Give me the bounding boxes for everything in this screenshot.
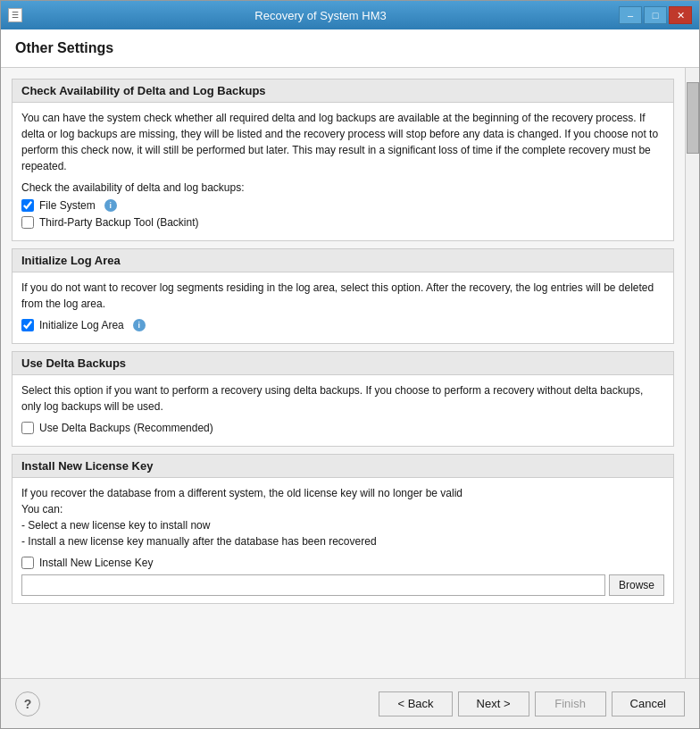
help-button[interactable]: ? xyxy=(15,691,40,716)
browse-button[interactable]: Browse xyxy=(609,574,664,596)
delta-log-body: You can have the system check whether al… xyxy=(12,103,673,240)
backint-row: Third-Party Backup Tool (Backint) xyxy=(21,216,664,229)
init-log-section: Initialize Log Area If you do not want t… xyxy=(12,248,674,344)
page-title: Other Settings xyxy=(15,40,685,56)
cancel-button[interactable]: Cancel xyxy=(612,691,685,716)
main-scroll[interactable]: Check Availability of Delta and Log Back… xyxy=(1,68,685,678)
delta-backups-checkbox[interactable] xyxy=(21,422,34,434)
init-log-row: Initialize Log Area i xyxy=(21,319,664,331)
license-line1: If you recover the database from a diffe… xyxy=(21,485,664,549)
back-button[interactable]: < Back xyxy=(379,691,452,716)
delta-backups-body: Select this option if you want to perfor… xyxy=(12,375,673,446)
delta-log-header: Check Availability of Delta and Log Back… xyxy=(12,80,673,103)
license-header: Install New License Key xyxy=(12,455,673,478)
delta-backups-section: Use Delta Backups Select this option if … xyxy=(12,351,674,447)
license-checkbox[interactable] xyxy=(21,557,34,569)
window-icon: ☰ xyxy=(8,8,22,22)
filesystem-checkbox[interactable] xyxy=(21,199,34,212)
page-header: Other Settings xyxy=(1,29,699,68)
minimize-button[interactable]: – xyxy=(619,6,642,24)
license-checkbox-row: Install New License Key xyxy=(21,557,664,569)
footer-left: ? xyxy=(15,691,40,716)
license-key-input[interactable] xyxy=(21,574,605,596)
license-body: If you recover the database from a diffe… xyxy=(12,478,673,603)
delta-backups-header: Use Delta Backups xyxy=(12,352,673,375)
close-button[interactable]: ✕ xyxy=(669,6,692,24)
window-controls: – □ ✕ xyxy=(619,6,692,24)
maximize-button[interactable]: □ xyxy=(644,6,667,24)
init-log-body: If you do not want to recover log segmen… xyxy=(12,272,673,343)
delta-log-section: Check Availability of Delta and Log Back… xyxy=(12,79,674,241)
backint-checkbox[interactable] xyxy=(21,216,34,229)
init-log-description: If you do not want to recover log segmen… xyxy=(21,280,664,312)
license-label: Install New License Key xyxy=(39,557,153,569)
filesystem-row: File System i xyxy=(21,199,664,212)
footer: ? < Back Next > Finish Cancel xyxy=(1,678,699,728)
init-log-checkbox[interactable] xyxy=(21,319,34,331)
finish-button[interactable]: Finish xyxy=(535,691,606,716)
delta-log-description: You can have the system check whether al… xyxy=(21,110,664,174)
license-section: Install New License Key If you recover t… xyxy=(12,454,674,604)
title-bar: ☰ Recovery of System HM3 – □ ✕ xyxy=(1,1,699,29)
init-log-info-icon[interactable]: i xyxy=(133,319,146,331)
content-area: Check Availability of Delta and Log Back… xyxy=(1,68,699,678)
footer-right: < Back Next > Finish Cancel xyxy=(379,691,685,716)
next-button[interactable]: Next > xyxy=(458,691,529,716)
delta-log-sublabel: Check the availability of delta and log … xyxy=(21,181,664,194)
main-window: ☰ Recovery of System HM3 – □ ✕ Other Set… xyxy=(0,0,700,729)
scrollbar[interactable] xyxy=(685,68,699,678)
delta-backups-description: Select this option if you want to perfor… xyxy=(21,382,664,415)
window-title: Recovery of System HM3 xyxy=(22,9,619,22)
filesystem-info-icon[interactable]: i xyxy=(104,199,117,212)
delta-backups-label: Use Delta Backups (Recommended) xyxy=(39,422,213,434)
init-log-header: Initialize Log Area xyxy=(12,249,673,272)
filesystem-label: File System xyxy=(39,199,96,212)
license-input-row: Browse xyxy=(21,574,664,596)
scrollbar-thumb[interactable] xyxy=(687,82,699,154)
backint-label: Third-Party Backup Tool (Backint) xyxy=(39,216,199,229)
init-log-label: Initialize Log Area xyxy=(39,319,124,331)
delta-backups-row: Use Delta Backups (Recommended) xyxy=(21,422,664,434)
